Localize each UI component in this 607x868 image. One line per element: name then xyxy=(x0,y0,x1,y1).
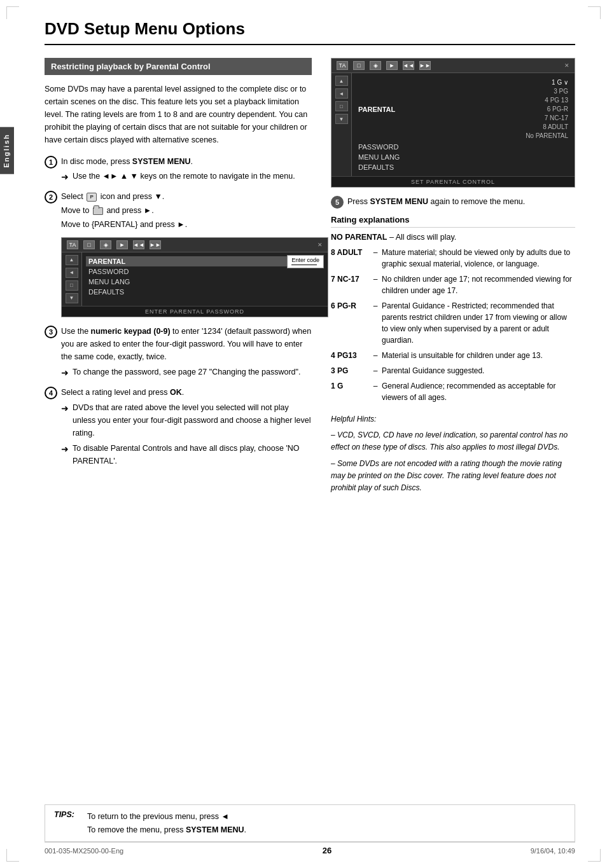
dvd-value-4pg13: 4 PG 13 xyxy=(545,96,568,105)
rating-desc-4pg13: Material is unsuitable for children unde… xyxy=(382,350,575,361)
sidebar-icon-left: ◄ xyxy=(66,268,78,278)
rating-table: 8 ADULT – Mature material; should be vie… xyxy=(331,247,575,403)
folder-icon xyxy=(93,207,103,215)
page-number: 26 xyxy=(323,846,331,855)
dvd-menu-top-bar-2: TA □ ◈ ► ◄◄ ►► ✕ xyxy=(331,59,575,73)
dvd-menu-parental-screenshot: TA □ ◈ ► ◄◄ ►► ✕ ▲ ◄ □ ▼ xyxy=(331,58,575,188)
rating-row-3pg: 3 PG – Parental Guidance suggested. xyxy=(331,365,575,376)
rating-level-4pg13: 4 PG13 xyxy=(331,350,369,361)
tips-content: To return to the previous menu, press ◄ … xyxy=(87,810,246,837)
arrow-icon-4a: ➜ xyxy=(61,401,69,415)
dvd-icon-settings-2: ◈ xyxy=(370,61,381,70)
helpful-hints-title: Helpful Hints: xyxy=(331,413,575,425)
dvd-value-6pgr: 6 PG-R xyxy=(547,105,568,114)
section-heading: Restricting playback by Parental Control xyxy=(45,58,312,75)
dvd-label-menulang-2: MENU LANG xyxy=(358,153,568,161)
rating-row-7nc17: 7 NC-17 – No children under age 17; not … xyxy=(331,273,575,296)
step-2-sub1: Move to and press ►. xyxy=(61,205,312,217)
step-1: 1 In disc mode, press SYSTEM MENU. ➜ Use… xyxy=(45,155,312,184)
arrow-icon-1: ➜ xyxy=(61,170,69,184)
left-column: Restricting playback by Parental Control… xyxy=(45,58,312,494)
step-3-number: 3 xyxy=(45,326,57,338)
dvd-label-defaults-1: DEFAULTS xyxy=(88,288,321,296)
rating-desc-8adult: Mature material; should be viewed only b… xyxy=(382,247,575,270)
dvd-value-1g: 1 G ∨ xyxy=(552,78,568,87)
step-3-arrow: ➜ To change the password, see page 27 "C… xyxy=(61,366,312,380)
rating-row-4pg13: 4 PG13 – Material is unsuitable for chil… xyxy=(331,350,575,361)
rating-dash-6pgr: – xyxy=(369,300,382,312)
helpful-hints: Helpful Hints: – VCD, SVCD, CD have no l… xyxy=(331,413,575,494)
dvd-menu-password-screenshot: TA □ ◈ ► ◄◄ ►► ✕ ▲ ◄ □ ▼ xyxy=(61,237,328,317)
step-2-number: 2 xyxy=(45,191,57,203)
no-parental-label: NO PARENTAL xyxy=(331,233,387,242)
dvd-label-defaults-2: DEFAULTS xyxy=(358,163,568,171)
dvd-icon-ta-2: TA xyxy=(337,61,348,70)
step-4: 4 Select a rating level and press OK. ➜ … xyxy=(45,386,312,467)
dvd-menu-sidebar-1: ▲ ◄ □ ▼ xyxy=(62,252,82,306)
dvd-menu-row-parental-2: PARENTAL 1 G ∨ 3 PG 4 PG 13 6 PG-R 7 NC-… xyxy=(356,77,571,142)
tips-label: TIPS: xyxy=(54,810,74,837)
tips-line2-prefix: To remove the menu, press xyxy=(87,825,186,834)
rating-desc-1g: General Audience; recommended as accepta… xyxy=(382,380,575,403)
sidebar-icon-left-2: ◄ xyxy=(335,88,348,99)
arrow-icon-3: ➜ xyxy=(61,366,69,380)
tips-line2-end: . xyxy=(244,825,246,834)
arrow-icon-4b: ➜ xyxy=(61,442,69,456)
sidebar-icon-up-2: ▲ xyxy=(335,76,348,86)
dvd-menu-top-bar-1: TA □ ◈ ► ◄◄ ►► ✕ xyxy=(62,238,328,252)
step-1-arrow: ➜ Use the ◄► ▲ ▼ keys on the remote to n… xyxy=(61,170,312,184)
step-4-arrow1-text: DVDs that are rated above the level you … xyxy=(73,401,312,439)
dvd-icon-ta: TA xyxy=(67,240,78,249)
rating-level-3pg: 3 PG xyxy=(331,365,369,376)
dvd-menu-row-parental-1: PARENTAL Enter code xyxy=(86,256,324,266)
dvd-icon-box1-2: □ xyxy=(353,61,365,70)
dvd-bottom-bar-2: SET PARENTAL CONTROL xyxy=(331,176,575,187)
dvd-menu-row-password-2: PASSWORD xyxy=(356,142,571,152)
step-4-text: Select a rating level and press OK. xyxy=(61,388,184,397)
sidebar-icon-up: ▲ xyxy=(66,255,78,265)
dvd-menu-row-defaults-1: DEFAULTS xyxy=(86,287,324,297)
rating-dash-8adult: – xyxy=(369,247,382,258)
rating-desc-3pg: Parental Guidance suggested. xyxy=(382,365,575,376)
step-5-content: Press SYSTEM MENU again to remove the me… xyxy=(347,195,575,208)
dvd-value-list: 1 G ∨ 3 PG 4 PG 13 6 PG-R 7 NC-17 8 ADUL… xyxy=(526,78,568,141)
dvd-menu-close-2: ✕ xyxy=(564,62,569,69)
step-5-text: Press SYSTEM MENU again to remove the me… xyxy=(347,197,525,206)
step-3: 3 Use the numeric keypad (0-9) to enter … xyxy=(45,325,312,380)
dvd-menu-main-1: PARENTAL Enter code PASSWORD MENU LANG xyxy=(82,252,328,306)
sidebar-icon-down: ▼ xyxy=(66,293,78,303)
dvd-menu-row-defaults-2: DEFAULTS xyxy=(356,162,571,172)
rating-row-6pgr: 6 PG-R – Parental Guidance - Restricted;… xyxy=(331,300,575,346)
step-1-number: 1 xyxy=(45,156,57,169)
dvd-value-noparental: No PARENTAL xyxy=(526,132,568,141)
step-5: 5 Press SYSTEM MENU again to remove the … xyxy=(331,195,575,209)
dvd-value-7nc17: 7 NC-17 xyxy=(545,114,568,123)
dvd-icon-box1: □ xyxy=(83,240,95,249)
dvd-value-8adult: 8 ADULT xyxy=(543,123,568,132)
tips-line2: To remove the menu, press SYSTEM MENU. xyxy=(87,823,246,837)
step-5-area: 5 Press SYSTEM MENU again to remove the … xyxy=(331,195,575,209)
step-3-arrow-text: To change the password, see page 27 "Cha… xyxy=(73,366,300,378)
intro-text: Some DVDs may have a parental level assi… xyxy=(45,83,312,146)
step-4-arrow2-text: To disable Parental Controls and have al… xyxy=(73,442,312,467)
dvd-menu-main-2: PARENTAL 1 G ∨ 3 PG 4 PG 13 6 PG-R 7 NC-… xyxy=(352,73,575,176)
rating-row-8adult: 8 ADULT – Mature material; should be vie… xyxy=(331,247,575,270)
rating-desc-6pgr: Parental Guidance - Restricted; recommen… xyxy=(382,300,575,346)
rating-dash-7nc17: – xyxy=(369,273,382,285)
dvd-menu-row-menulang-1: MENU LANG xyxy=(86,277,324,287)
dvd-label-parental-2: PARENTAL xyxy=(358,106,526,113)
dvd-menu-body-1: ▲ ◄ □ ▼ PARENTAL Enter code xyxy=(62,252,328,306)
sidebar-icon-box-2: □ xyxy=(335,101,348,111)
tips-box: TIPS: To return to the previous menu, pr… xyxy=(45,804,575,843)
dvd-value-3pg: 3 PG xyxy=(554,87,568,96)
rating-dash-1g: – xyxy=(369,380,382,392)
dvd-label-parental-1: PARENTAL xyxy=(88,258,321,265)
step-4-arrow1: ➜ DVDs that are rated above the level yo… xyxy=(61,401,312,439)
dvd-icon-fwd-2: ►► xyxy=(419,61,431,70)
dvd-icon-rew-2: ◄◄ xyxy=(403,61,414,70)
step-2-sub2: Move to {PARENTAL} and press ►. xyxy=(61,219,312,231)
step-2: 2 Select icon and press ▼. Move to and p… xyxy=(45,190,312,231)
rating-dash-3pg: – xyxy=(369,365,382,376)
step-2-content: Select icon and press ▼. Move to and pre… xyxy=(61,190,312,231)
rating-row-1g: 1 G – General Audience; recommended as a… xyxy=(331,380,575,403)
